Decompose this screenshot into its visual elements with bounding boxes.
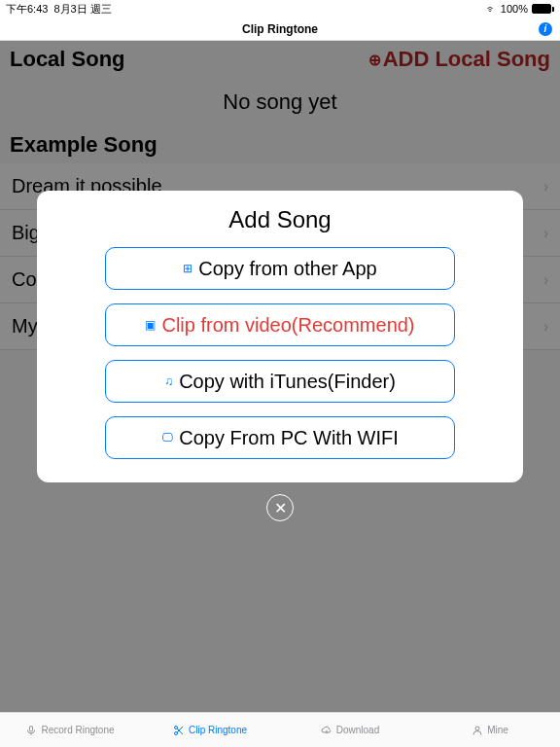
clip-from-video-button[interactable]: ▣ Clip from video(Recommend) (105, 303, 455, 346)
option-label: Copy From PC With WIFI (179, 427, 399, 449)
svg-point-3 (475, 727, 479, 730)
status-date: 8月3日 週三 (53, 2, 111, 17)
option-label: Clip from video(Recommend) (161, 314, 414, 337)
scissors-icon (173, 725, 185, 736)
tab-label: Mine (487, 725, 508, 735)
copy-from-pc-wifi-button[interactable]: 🖵 Copy From PC With WIFI (105, 416, 455, 459)
battery-percent: 100% (501, 3, 528, 15)
svg-point-2 (174, 731, 177, 734)
svg-rect-0 (30, 726, 33, 731)
close-icon: ✕ (274, 499, 287, 517)
tab-clip-ringtone[interactable]: Clip Ringtone (140, 713, 280, 747)
status-time: 下午6:43 (6, 2, 48, 17)
add-song-modal: Add Song ⊞ Copy from other App ▣ Clip fr… (37, 191, 523, 482)
tab-label: Clip Ringtone (189, 725, 247, 735)
tab-label: Download (336, 725, 379, 735)
cloud-download-icon (321, 725, 332, 736)
status-bar: 下午6:43 8月3日 週三 ᯤ 100% (0, 0, 560, 18)
main-content: Local Song ⊕ ADD Local Song No song yet … (0, 41, 560, 712)
nav-title: Clip Ringtone (242, 22, 318, 36)
wifi-icon: ᯤ (486, 3, 497, 15)
svg-point-1 (174, 726, 177, 729)
video-icon: ▣ (145, 318, 156, 332)
tab-mine[interactable]: Mine (420, 713, 560, 747)
tab-label: Record Ringtone (41, 725, 114, 735)
person-icon (472, 725, 483, 736)
close-modal-button[interactable]: ✕ (266, 494, 294, 521)
monitor-icon: 🖵 (161, 431, 173, 445)
tab-record-ringtone[interactable]: Record Ringtone (0, 713, 140, 747)
music-note-icon: ♫ (164, 374, 173, 388)
modal-title: Add Song (228, 206, 331, 233)
tab-bar: Record Ringtone Clip Ringtone Download M… (0, 712, 560, 747)
option-label: Copy from other App (198, 258, 376, 280)
modal-overlay[interactable]: Add Song ⊞ Copy from other App ▣ Clip fr… (0, 41, 560, 712)
grid-icon: ⊞ (183, 262, 192, 275)
copy-from-other-app-button[interactable]: ⊞ Copy from other App (105, 247, 455, 290)
microphone-icon (25, 725, 37, 736)
battery-icon (532, 4, 554, 14)
option-label: Copy with iTunes(Finder) (179, 371, 396, 393)
nav-bar: Clip Ringtone i (0, 18, 560, 41)
tab-download[interactable]: Download (280, 713, 420, 747)
copy-with-itunes-button[interactable]: ♫ Copy with iTunes(Finder) (105, 360, 455, 403)
info-icon[interactable]: i (539, 22, 552, 36)
